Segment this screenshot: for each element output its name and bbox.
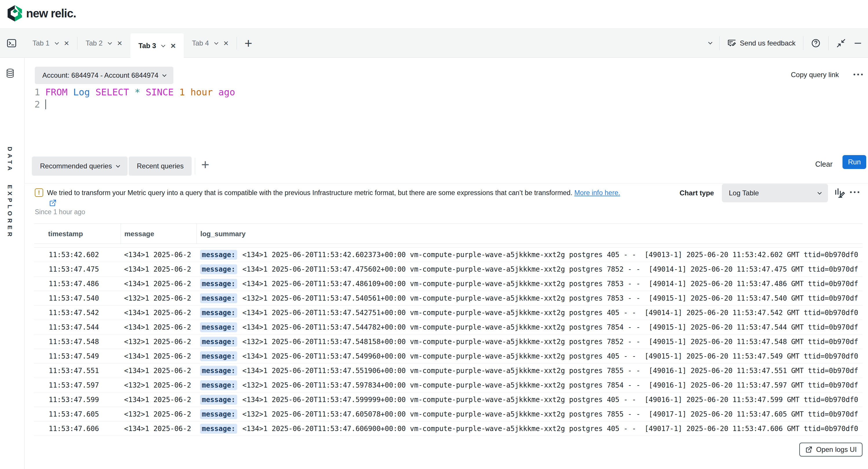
cell-log-summary: message: <134>1 2025-06-20T11:53:47.5999… [196, 395, 863, 405]
cell-message: <132>1 2025-06-2 [121, 294, 196, 302]
column-header-timestamp[interactable]: timestamp [34, 230, 121, 238]
line-number: 2 [29, 98, 45, 111]
log-text: <134>1 2025-06-20T11:53:47.544782+00:00 … [238, 323, 858, 331]
chevron-down-icon[interactable] [55, 40, 59, 44]
cell-log-summary: message: <134>1 2025-06-20T11:53:47.6069… [196, 424, 863, 434]
close-icon[interactable]: × [170, 41, 176, 50]
editor-line-2: 2 [29, 98, 235, 111]
external-link-icon[interactable] [49, 199, 57, 207]
table-row[interactable]: 11:53:47.540 <132>1 2025-06-2 message: <… [34, 291, 863, 306]
nrql-editor[interactable]: 1 FROM Log SELECT * SINCE 1 hour ago 2 [29, 86, 235, 111]
chevron-down-icon[interactable] [161, 43, 165, 47]
column-header-message[interactable]: message [121, 224, 196, 244]
cell-timestamp: 11:53:47.606 [34, 425, 121, 433]
log-text: <134>1 2025-06-20T11:53:47.606900+00:00 … [238, 425, 858, 433]
recent-queries-button[interactable]: Recent queries [129, 157, 192, 176]
cell-message: <134>1 2025-06-2 [121, 280, 196, 288]
chart-edit-icon[interactable] [833, 187, 845, 199]
cell-message: <134>1 2025-06-2 [121, 251, 196, 259]
external-link-icon [805, 446, 813, 454]
warning-icon: ! [35, 188, 43, 197]
kebab-icon[interactable] [850, 191, 859, 193]
data-explorer-rail-label[interactable]: DATA EXPLORER [6, 147, 13, 239]
cell-timestamp: 11:53:47.549 [34, 352, 121, 360]
recent-queries-label: Recent queries [137, 162, 184, 170]
kebab-icon[interactable] [854, 74, 863, 75]
message-key-chip: message: [200, 264, 237, 274]
chart-type-select[interactable]: Log Table [722, 184, 828, 202]
table-row[interactable]: 11:53:47.542 <134>1 2025-06-2 message: <… [34, 306, 863, 320]
database-icon[interactable] [6, 68, 14, 78]
message-key-chip: message: [200, 395, 237, 405]
help-icon[interactable] [811, 38, 821, 48]
account-selector[interactable]: Account: 6844974 - Account 6844974 [35, 67, 174, 84]
more-info-link[interactable]: More info here. [574, 189, 620, 196]
table-row[interactable]: 11:53:47.544 <134>1 2025-06-2 message: <… [34, 320, 863, 335]
console-icon[interactable] [6, 38, 17, 49]
recommended-queries-button[interactable]: Recommended queries [32, 157, 128, 176]
tab-label: Tab 2 [86, 39, 103, 47]
chart-type-value: Log Table [729, 189, 759, 197]
clear-button[interactable]: Clear [815, 160, 833, 168]
log-text: <132>1 2025-06-20T11:53:47.605078+00:00 … [238, 410, 858, 418]
chevron-down-icon[interactable] [708, 40, 712, 44]
log-text: <132>1 2025-06-20T11:53:47.548158+00:00 … [238, 338, 858, 346]
cell-log-summary: message: <132>1 2025-06-20T11:53:47.5405… [196, 293, 863, 303]
chart-type-label: Chart type [680, 189, 714, 197]
tab-label: Tab 3 [138, 42, 156, 50]
table-row[interactable]: 11:53:47.549 <134>1 2025-06-2 message: <… [34, 349, 863, 364]
table-row[interactable]: 11:53:47.551 <134>1 2025-06-2 message: <… [34, 364, 863, 378]
tab-label: Tab 4 [192, 39, 209, 47]
log-text: <134>1 2025-06-20T11:53:47.475602+00:00 … [238, 265, 858, 273]
tab-1[interactable]: Tab 1× [24, 29, 77, 58]
table-row[interactable]: 11:53:47.599 <134>1 2025-06-2 message: <… [34, 393, 863, 407]
add-tab-button plus-icon[interactable]: + [237, 29, 260, 58]
recommended-queries-label: Recommended queries [40, 162, 112, 170]
table-row[interactable]: 11:53:47.597 <132>1 2025-06-2 message: <… [34, 378, 863, 393]
query-tab-bar: Tab 1×Tab 2×Tab 3×Tab 4×+ Send us feedba… [0, 29, 868, 58]
table-row[interactable]: 11:53:47.486 <134>1 2025-06-2 message: <… [34, 277, 863, 291]
close-icon[interactable]: × [64, 39, 69, 48]
cell-log-summary: message: <134>1 2025-06-20T11:53:47.5447… [196, 322, 863, 332]
cell-message: <134>1 2025-06-2 [121, 309, 196, 317]
open-logs-ui-button[interactable]: Open logs UI [799, 443, 863, 457]
column-header-log-summary[interactable]: log_summary [196, 224, 863, 244]
cell-log-summary: message: <132>1 2025-06-20T11:53:47.5481… [196, 337, 863, 347]
table-row[interactable]: 11:53:47.548 <132>1 2025-06-2 message: <… [34, 335, 863, 349]
tab-2[interactable]: Tab 2× [78, 29, 130, 58]
new-relic-logo: new relic. [7, 5, 76, 22]
minimize-icon[interactable] [854, 39, 862, 48]
cell-log-summary: message: <134>1 2025-06-20T11:53:47.5519… [196, 366, 863, 376]
run-button[interactable]: Run [842, 155, 866, 169]
cell-timestamp: 11:53:47.548 [34, 338, 121, 346]
since-label: Since 1 hour ago [35, 208, 85, 216]
tab-3[interactable]: Tab 3× [130, 33, 184, 58]
send-feedback-button[interactable]: Send us feedback [727, 38, 796, 48]
copy-query-link-button[interactable]: Copy query link [791, 71, 839, 79]
tab-label: Tab 1 [32, 39, 50, 47]
message-key-chip: message: [200, 366, 237, 376]
table-row[interactable]: 11:53:47.606 <134>1 2025-06-2 message: <… [34, 421, 863, 436]
cell-timestamp: 11:53:47.551 [34, 367, 121, 375]
chevron-down-icon[interactable] [108, 40, 112, 44]
add-query-button plus-icon[interactable]: + [201, 157, 209, 173]
tab-4[interactable]: Tab 4× [184, 29, 237, 58]
collapse-icon[interactable] [836, 38, 846, 48]
close-icon[interactable]: × [223, 39, 229, 48]
message-key-chip: message: [200, 322, 237, 332]
chevron-down-icon [116, 163, 120, 167]
line-number: 1 [29, 86, 45, 98]
editor-line-1: 1 FROM Log SELECT * SINCE 1 hour ago [29, 86, 235, 98]
cell-message: <134>1 2025-06-2 [121, 425, 196, 433]
cell-timestamp: 11:53:47.544 [34, 323, 121, 331]
log-text: <132>1 2025-06-20T11:53:47.540561+00:00 … [238, 294, 858, 302]
table-row[interactable]: 11:53:42.602 <134>1 2025-06-2 message: <… [34, 248, 863, 262]
log-text: <134>1 2025-06-20T11:53:47.542751+00:00 … [238, 309, 858, 317]
cell-message: <134>1 2025-06-2 [121, 367, 196, 375]
table-row[interactable]: 11:53:47.605 <132>1 2025-06-2 message: <… [34, 407, 863, 421]
table-row[interactable]: 11:53:47.475 <134>1 2025-06-2 message: <… [34, 262, 863, 277]
close-icon[interactable]: × [117, 39, 122, 48]
cell-log-summary: message: <132>1 2025-06-20T11:53:47.5978… [196, 380, 863, 390]
brand-wordmark: new relic. [26, 7, 76, 20]
chevron-down-icon[interactable] [214, 40, 218, 44]
